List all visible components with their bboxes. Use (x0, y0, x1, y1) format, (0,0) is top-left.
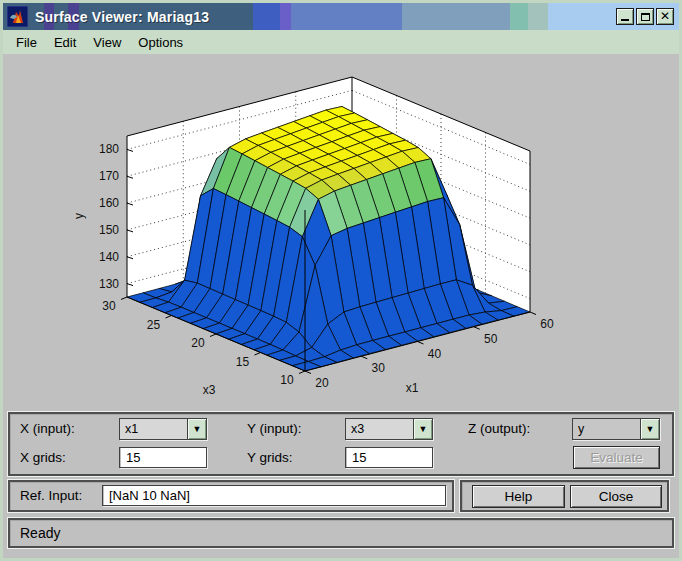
minimize-button[interactable] (616, 8, 634, 25)
control-area: X (input): x1 ▼ Y (input): x3 ▼ Z (outpu… (3, 406, 679, 558)
x-grids-input[interactable]: 15 (119, 447, 207, 468)
ref-input-panel: Ref. Input: [NaN 10 NaN] (8, 480, 454, 512)
svg-text:20: 20 (315, 376, 329, 390)
svg-text:10: 10 (280, 373, 294, 387)
status-bar: Ready (8, 518, 674, 548)
titlebar: Surface Viewer: Mariag13 ✕ (3, 3, 679, 30)
y-input-value: x3 (346, 419, 413, 439)
x-grids-label: X grids: (20, 450, 66, 465)
y-grids-input[interactable]: 15 (345, 447, 433, 468)
y-input-combo[interactable]: x3 ▼ (345, 418, 433, 440)
svg-text:30: 30 (102, 299, 116, 313)
svg-text:25: 25 (147, 318, 161, 332)
svg-text:20: 20 (191, 336, 205, 350)
svg-text:180: 180 (99, 142, 119, 156)
menu-edit[interactable]: Edit (47, 33, 83, 52)
svg-text:60: 60 (540, 317, 554, 331)
svg-text:x1: x1 (406, 381, 419, 395)
chevron-down-icon[interactable]: ▼ (413, 419, 432, 439)
close-dialog-button[interactable]: Close (570, 485, 662, 508)
menu-file[interactable]: File (9, 33, 44, 52)
ref-input-field[interactable]: [NaN 10 NaN] (102, 485, 446, 506)
svg-text:40: 40 (428, 347, 442, 361)
window-title: Surface Viewer: Mariag13 (35, 9, 616, 25)
status-text: Ready (20, 525, 60, 541)
chevron-down-icon[interactable]: ▼ (640, 419, 659, 439)
help-close-panel: Help Close (460, 480, 669, 512)
z-output-label: Z (output): (468, 421, 530, 436)
ref-input-label: Ref. Input: (20, 488, 82, 503)
menubar: File Edit View Options (3, 30, 679, 54)
matlab-fuzzy-app-icon (7, 6, 28, 27)
svg-text:50: 50 (484, 332, 498, 346)
surface-viewer-window: Surface Viewer: Mariag13 ✕ File Edit Vie… (0, 0, 682, 561)
chevron-down-icon[interactable]: ▼ (187, 419, 206, 439)
x-input-value: x1 (120, 419, 187, 439)
menu-options[interactable]: Options (131, 33, 190, 52)
svg-text:30: 30 (372, 361, 386, 375)
x-input-combo[interactable]: x1 ▼ (119, 418, 207, 440)
z-output-combo[interactable]: y ▼ (572, 418, 660, 440)
close-button[interactable]: ✕ (656, 8, 674, 25)
z-output-value: y (573, 419, 640, 439)
svg-text:130: 130 (99, 277, 119, 291)
svg-text:y: y (72, 213, 86, 219)
svg-text:150: 150 (99, 223, 119, 237)
x-input-label: X (input): (20, 421, 75, 436)
menu-view[interactable]: View (86, 33, 128, 52)
surface-plot[interactable]: 20304050601015202530130140150160170180x1… (3, 54, 679, 406)
minimize-icon (621, 19, 629, 21)
axes-control-panel: X (input): x1 ▼ Y (input): x3 ▼ Z (outpu… (8, 412, 674, 476)
maximize-button[interactable] (636, 8, 654, 25)
svg-text:15: 15 (236, 355, 250, 369)
svg-text:x3: x3 (203, 383, 216, 397)
evaluate-button[interactable]: Evaluate (573, 446, 660, 469)
help-button[interactable]: Help (472, 485, 565, 508)
maximize-icon (641, 13, 650, 21)
svg-text:170: 170 (99, 169, 119, 183)
close-icon: ✕ (660, 10, 670, 22)
y-grids-label: Y grids: (247, 450, 293, 465)
y-input-label: Y (input): (247, 421, 302, 436)
svg-text:160: 160 (99, 196, 119, 210)
svg-text:140: 140 (99, 250, 119, 264)
